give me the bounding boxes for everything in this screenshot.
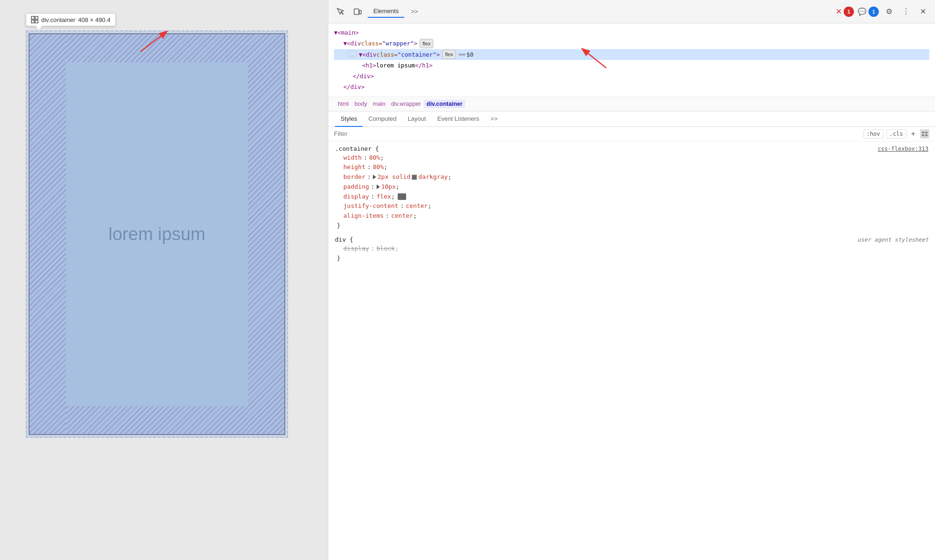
css-source-useragent: user agent stylesheet xyxy=(857,236,928,243)
svg-line-4 xyxy=(341,12,343,15)
ellipsis-expand-btn[interactable]: … xyxy=(348,51,357,58)
tab-layout[interactable]: Layout xyxy=(402,111,431,127)
device-toolbar-button[interactable] xyxy=(351,5,364,18)
svg-rect-9 xyxy=(922,134,924,136)
css-prop-border[interactable]: border : 2px solid darkgray ; xyxy=(335,172,928,182)
tab-computed[interactable]: Computed xyxy=(363,111,402,127)
dom-line-main[interactable]: ▼<main> xyxy=(334,27,929,38)
padding-left-visual xyxy=(30,34,66,434)
breadcrumb-body[interactable]: body xyxy=(352,100,370,108)
tooltip-classname: div.container xyxy=(41,16,75,23)
element-icon xyxy=(31,16,38,23)
errors-badge: 1 xyxy=(844,7,854,17)
svg-rect-0 xyxy=(31,16,34,19)
tab-event-listeners[interactable]: Event Listeners xyxy=(431,111,485,127)
toggle-styles-button[interactable] xyxy=(920,129,929,139)
svg-rect-3 xyxy=(35,20,38,23)
css-prop-width[interactable]: width : 80% ; xyxy=(335,153,928,163)
messages-badge: 1 xyxy=(868,7,879,17)
inspect-button[interactable] xyxy=(334,5,347,18)
svg-rect-2 xyxy=(31,20,34,23)
devtools-main-tabs: Elements >> xyxy=(368,5,832,18)
css-prop-display[interactable]: display : flex ; xyxy=(335,192,928,202)
tab-more[interactable]: >> xyxy=(405,6,423,17)
tab-elements[interactable]: Elements xyxy=(368,5,404,18)
devtools-panel: Elements >> ✕ 1 💬 1 ⚙ ⋮ ✕ ▼<main> ▼<div … xyxy=(328,0,935,560)
svg-rect-5 xyxy=(354,9,359,15)
css-rules-panel: .container { css-flexbox:313 width : 80%… xyxy=(328,141,935,560)
settings-button[interactable]: ⚙ xyxy=(883,5,896,18)
errors-badge-container[interactable]: ✕ 1 xyxy=(836,7,854,17)
devtools-header-right: ✕ 1 💬 1 ⚙ ⋮ ✕ xyxy=(836,5,929,18)
css-prop-padding[interactable]: padding : 10px ; xyxy=(335,182,928,192)
browser-preview: div.container 408 × 490.4 lorem ipsum xyxy=(0,0,328,560)
close-devtools-button[interactable]: ✕ xyxy=(916,5,929,18)
element-tooltip: div.container 408 × 490.4 xyxy=(26,13,116,26)
dom-line-h1[interactable]: <h1> lorem ipsum </h1> xyxy=(334,60,929,71)
devtools-header: Elements >> ✕ 1 💬 1 ⚙ ⋮ ✕ xyxy=(328,0,935,23)
filter-bar: :hov .cls + xyxy=(328,127,935,141)
dom-tree: ▼<main> ▼<div class="wrapper" > flex … ▼… xyxy=(328,23,935,97)
css-prop-display-struck[interactable]: display : block ; xyxy=(335,244,928,254)
sub-tabs: Styles Computed Layout Event Listeners >… xyxy=(328,111,935,127)
filter-tools: :hov .cls + xyxy=(863,129,929,139)
filter-input[interactable] xyxy=(334,130,860,137)
messages-badge-container[interactable]: 💬 1 xyxy=(858,7,879,17)
css-selector-container-line: .container { css-flexbox:313 xyxy=(335,145,928,152)
preview-element-text: lorem ipsum xyxy=(109,224,206,244)
hov-button[interactable]: :hov xyxy=(863,129,883,139)
breadcrumb: html body main div.wrapper div.container xyxy=(328,97,935,111)
svg-rect-6 xyxy=(359,10,361,14)
css-prop-justify-content[interactable]: justify-content : center ; xyxy=(335,201,928,211)
svg-rect-10 xyxy=(925,134,928,136)
tab-styles[interactable]: Styles xyxy=(335,111,363,127)
tab-more-sub[interactable]: >> xyxy=(485,111,503,127)
add-style-button[interactable]: + xyxy=(909,129,917,139)
tooltip-dimensions: 408 × 490.4 xyxy=(78,16,111,23)
padding-bottom-visual xyxy=(66,406,248,434)
border-color-swatch[interactable] xyxy=(412,175,417,180)
css-prop-height[interactable]: height : 80% ; xyxy=(335,162,928,172)
dom-line-wrapper[interactable]: ▼<div class="wrapper" > flex xyxy=(334,38,929,49)
flex-layout-icon[interactable] xyxy=(398,193,406,200)
css-rule-div: div { user agent stylesheet display : bl… xyxy=(335,236,928,262)
preview-outer-wrapper: lorem ipsum xyxy=(26,30,288,438)
dom-line-container[interactable]: … ▼<div class="container" > flex == $0 xyxy=(334,49,929,60)
padding-right-visual xyxy=(248,34,284,434)
css-rule-container: .container { css-flexbox:313 width : 80%… xyxy=(335,145,928,230)
padding-top-visual xyxy=(66,34,248,62)
css-close-brace-div: } xyxy=(335,254,928,262)
css-source-container[interactable]: css-flexbox:313 xyxy=(878,146,928,152)
breadcrumb-main[interactable]: main xyxy=(370,100,388,108)
css-selector-div-line: div { user agent stylesheet xyxy=(335,236,928,243)
svg-rect-7 xyxy=(922,132,924,133)
breadcrumb-html[interactable]: html xyxy=(335,100,352,108)
css-close-brace-container: } xyxy=(335,221,928,229)
breadcrumb-divcontainer[interactable]: div.container xyxy=(424,100,466,108)
svg-rect-1 xyxy=(35,16,38,19)
css-selector-container[interactable]: .container { xyxy=(335,145,379,152)
svg-rect-8 xyxy=(925,132,928,133)
more-options-button[interactable]: ⋮ xyxy=(899,5,913,18)
dom-line-close-container[interactable]: </div> xyxy=(334,71,929,81)
preview-container: lorem ipsum xyxy=(29,33,285,435)
cls-button[interactable]: .cls xyxy=(886,129,906,139)
css-prop-align-items[interactable]: align-items : center ; xyxy=(335,211,928,221)
css-selector-div[interactable]: div { xyxy=(335,236,353,243)
breadcrumb-divwrapper[interactable]: div.wrapper xyxy=(388,100,424,108)
dom-line-close-wrapper[interactable]: </div> xyxy=(334,81,929,92)
